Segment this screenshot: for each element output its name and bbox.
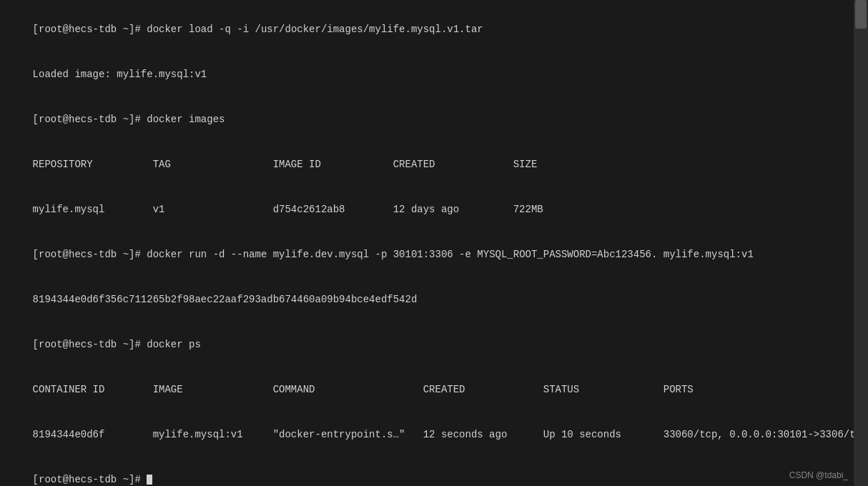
command: docker run -d --name mylife.dev.mysql -p…	[147, 249, 754, 260]
cursor	[147, 475, 152, 485]
command: docker load -q -i /usr/docker/images/myl…	[147, 24, 483, 35]
prompt: [root@hecs-tdb ~]#	[33, 339, 147, 350]
scrollbar-thumb[interactable]	[855, 0, 867, 29]
ps-header: CONTAINER ID IMAGE COMMAND CREATED STATU…	[33, 384, 854, 395]
table-row: mylife.mysql v1 d754c2612ab8 12 days ago…	[33, 204, 543, 215]
prompt: [root@hecs-tdb ~]#	[33, 249, 147, 260]
terminal-line: [root@hecs-tdb ~]# docker images	[9, 97, 845, 142]
terminal-line: REPOSITORY TAG IMAGE ID CREATED SIZE	[9, 142, 845, 187]
terminal-line: [root@hecs-tdb ~]# docker run -d --name …	[9, 232, 845, 277]
terminal-line: mylife.mysql v1 d754c2612ab8 12 days ago…	[9, 187, 845, 232]
terminal-line: [root@hecs-tdb ~]#	[9, 457, 845, 486]
container-id-full: 8194344e0d6f356c711265b2f98aec22aaf293ad…	[33, 294, 418, 305]
terminal-line: 8194344e0d6f356c711265b2f98aec22aaf293ad…	[9, 277, 845, 322]
scrollbar[interactable]	[854, 0, 868, 486]
output: Loaded image: mylife.mysql:v1	[33, 69, 207, 80]
terminal-line: [root@hecs-tdb ~]# docker load -q -i /us…	[9, 7, 845, 52]
command: docker images	[147, 114, 225, 125]
prompt: [root@hecs-tdb ~]#	[33, 474, 147, 485]
terminal-window[interactable]: [root@hecs-tdb ~]# docker load -q -i /us…	[0, 0, 854, 486]
table-header: REPOSITORY TAG IMAGE ID CREATED SIZE	[33, 159, 538, 170]
terminal-line: Loaded image: mylife.mysql:v1	[9, 52, 845, 97]
prompt: [root@hecs-tdb ~]#	[33, 24, 147, 35]
terminal-line: [root@hecs-tdb ~]# docker ps	[9, 322, 845, 367]
terminal-line: CONTAINER ID IMAGE COMMAND CREATED STATU…	[9, 367, 845, 412]
command: docker ps	[147, 339, 201, 350]
terminal-line: 8194344e0d6f mylife.mysql:v1 "docker-ent…	[9, 412, 845, 457]
prompt: [root@hecs-tdb ~]#	[33, 114, 147, 125]
ps-row: 8194344e0d6f mylife.mysql:v1 "docker-ent…	[33, 429, 854, 440]
watermark: CSDN @tdabi_	[789, 470, 848, 480]
